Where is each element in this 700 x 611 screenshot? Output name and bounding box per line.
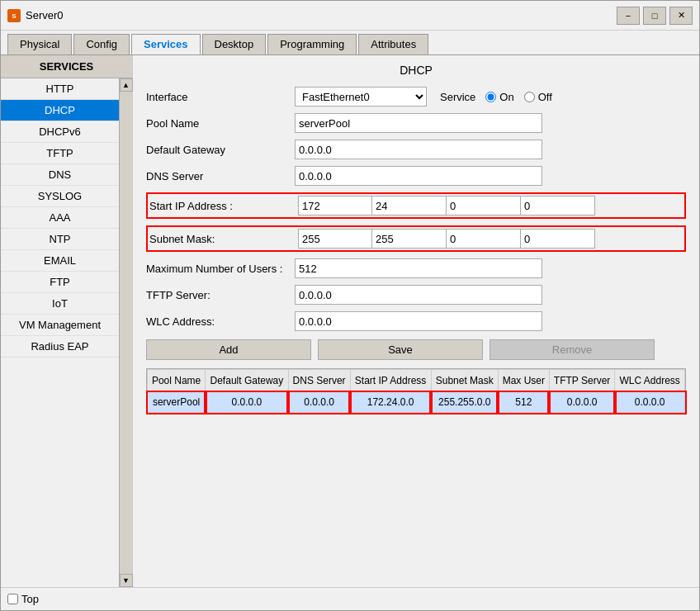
tftp-server-row: TFTP Server: (146, 285, 686, 305)
max-users-row: Maximum Number of Users : (146, 258, 686, 278)
sidebar-scrollbar: ▲ ▼ (119, 78, 132, 587)
subnet-mask-1[interactable] (372, 229, 447, 249)
sidebar-item-vm-management[interactable]: VM Management (1, 315, 119, 336)
maximize-button[interactable]: □ (643, 7, 666, 25)
td-max-user: 512 (498, 392, 549, 413)
tftp-server-label: TFTP Server: (146, 289, 295, 301)
sidebar-wrapper: HTTP DHCP DHCPv6 TFTP DNS SYSLOG AAA NTP… (1, 78, 132, 587)
pool-name-label: Pool Name (146, 117, 295, 130)
title-bar-controls: − □ ✕ (617, 7, 693, 25)
start-ip-label: Start IP Address : (149, 200, 298, 212)
sidebar-item-iot[interactable]: IoT (1, 293, 119, 315)
top-label: Top (21, 593, 39, 605)
scroll-down-arrow[interactable]: ▼ (120, 574, 133, 587)
bottom-bar: Top (1, 587, 699, 610)
radio-off-label: Off (538, 91, 552, 103)
th-default-gateway: Default Gateway (206, 370, 288, 392)
radio-on-label: On (499, 91, 513, 103)
subnet-mask-3[interactable] (521, 229, 595, 249)
default-gateway-row: Default Gateway (146, 140, 686, 159)
title-bar-left: S Server0 (7, 9, 64, 22)
add-button[interactable]: Add (146, 339, 311, 360)
th-wlc-address: WLC Address (615, 370, 685, 392)
save-button[interactable]: Save (318, 339, 483, 360)
start-ip-0[interactable] (298, 196, 372, 216)
tftp-server-input[interactable] (295, 285, 542, 305)
td-dns-server: 0.0.0.0 (288, 392, 350, 413)
sidebar-item-aaa[interactable]: AAA (1, 207, 119, 229)
default-gateway-input[interactable] (295, 140, 542, 159)
th-start-ip: Start IP Address (350, 370, 431, 392)
default-gateway-label: Default Gateway (146, 144, 295, 156)
sidebar-content: HTTP DHCP DHCPv6 TFTP DNS SYSLOG AAA NTP… (1, 78, 119, 587)
interface-select[interactable]: FastEthernet0 (295, 87, 427, 107)
interface-row: Interface FastEthernet0 Service On Of (146, 87, 686, 107)
sidebar-item-syslog[interactable]: SYSLOG (1, 186, 119, 207)
tab-attributes[interactable]: Attributes (358, 34, 428, 54)
td-tftp-server: 0.0.0.0 (549, 392, 615, 413)
radio-on[interactable] (485, 92, 496, 102)
sidebar-item-tftp[interactable]: TFTP (1, 143, 119, 164)
radio-off[interactable] (524, 92, 535, 102)
top-checkbox[interactable] (7, 594, 18, 604)
sidebar-item-dhcp[interactable]: DHCP (1, 100, 119, 121)
dhcp-title: DHCP (146, 64, 686, 77)
table-header-row: Pool Name Default Gateway DNS Server Sta… (148, 370, 685, 392)
interface-controls: FastEthernet0 Service On Off (295, 87, 552, 107)
dns-server-row: DNS Server (146, 166, 686, 186)
sidebar-item-dns[interactable]: DNS (1, 164, 119, 186)
interface-label: Interface (146, 91, 295, 103)
svg-text:S: S (12, 12, 17, 20)
th-tftp-server: TFTP Server (549, 370, 615, 392)
scroll-up-arrow[interactable]: ▲ (120, 78, 133, 92)
radio-on-group: On (485, 91, 513, 103)
dns-server-label: DNS Server (146, 170, 295, 182)
sidebar-item-http[interactable]: HTTP (1, 78, 119, 100)
subnet-mask-row: Subnet Mask: (146, 225, 686, 252)
sidebar-item-ntp[interactable]: NTP (1, 229, 119, 250)
sidebar-item-email[interactable]: EMAIL (1, 250, 119, 272)
window: S Server0 − □ ✕ Physical Config Services… (0, 0, 700, 611)
remove-button[interactable]: Remove (490, 339, 655, 360)
tab-desktop[interactable]: Desktop (202, 34, 267, 54)
th-subnet-mask: Subnet Mask (431, 370, 498, 392)
close-button[interactable]: ✕ (669, 7, 693, 25)
subnet-mask-label: Subnet Mask: (149, 233, 298, 245)
subnet-mask-0[interactable] (298, 229, 372, 249)
tab-services[interactable]: Services (131, 34, 201, 54)
sidebar-item-dhcpv6[interactable]: DHCPv6 (1, 121, 119, 143)
pool-name-input[interactable] (295, 113, 542, 133)
dns-server-input[interactable] (295, 166, 542, 186)
th-dns-server: DNS Server (288, 370, 350, 392)
table-row[interactable]: serverPool 0.0.0.0 0.0.0.0 172.24.0.0 25… (148, 392, 685, 413)
action-buttons: Add Save Remove (146, 339, 686, 360)
td-default-gateway: 0.0.0.0 (206, 392, 288, 413)
max-users-input[interactable] (295, 258, 542, 278)
sidebar: SERVICES HTTP DHCP DHCPv6 TFTP DNS SYSLO… (1, 55, 133, 587)
th-pool-name: Pool Name (148, 370, 206, 392)
start-ip-2[interactable] (447, 196, 521, 216)
td-wlc-address: 0.0.0.0 (615, 392, 685, 413)
subnet-mask-2[interactable] (447, 229, 521, 249)
start-ip-3[interactable] (521, 196, 595, 216)
dhcp-table: Pool Name Default Gateway DNS Server Sta… (147, 369, 685, 413)
wlc-address-input[interactable] (295, 311, 542, 331)
main-content: SERVICES HTTP DHCP DHCPv6 TFTP DNS SYSLO… (1, 55, 699, 587)
radio-off-group: Off (524, 91, 552, 103)
td-pool-name: serverPool (148, 392, 206, 413)
td-start-ip: 172.24.0.0 (350, 392, 431, 413)
start-ip-1[interactable] (372, 196, 447, 216)
tab-bar: Physical Config Services Desktop Program… (1, 31, 699, 55)
tab-config[interactable]: Config (73, 34, 130, 54)
tab-programming[interactable]: Programming (267, 34, 357, 54)
minimize-button[interactable]: − (617, 7, 640, 25)
dhcp-table-container: Pool Name Default Gateway DNS Server Sta… (146, 368, 686, 414)
window-title: Server0 (26, 9, 64, 21)
sidebar-item-radius-eap[interactable]: Radius EAP (1, 336, 119, 358)
sidebar-item-ftp[interactable]: FTP (1, 272, 119, 293)
pool-name-row: Pool Name (146, 113, 686, 133)
app-icon: S (7, 9, 21, 22)
wlc-address-label: WLC Address: (146, 315, 295, 328)
max-users-label: Maximum Number of Users : (146, 263, 295, 275)
tab-physical[interactable]: Physical (7, 34, 72, 54)
